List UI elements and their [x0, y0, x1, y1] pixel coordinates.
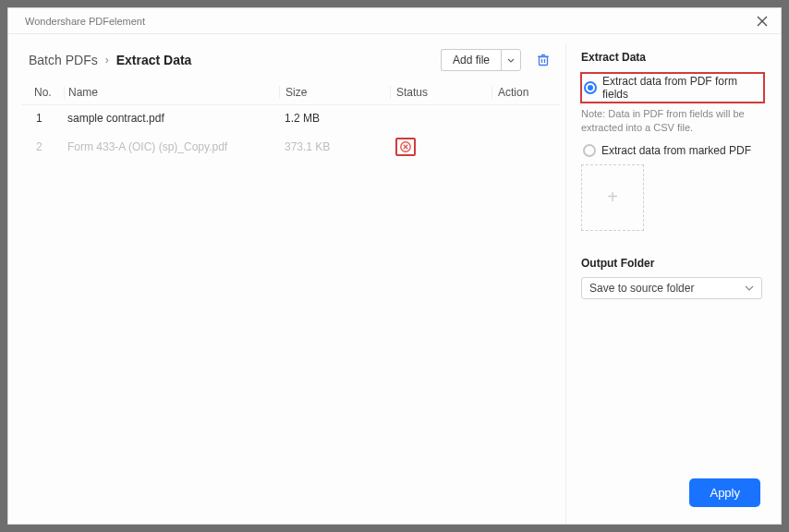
trash-icon [536, 53, 551, 67]
clear-all-button[interactable] [534, 51, 552, 69]
col-header-action: Action [492, 86, 560, 99]
cell-status [390, 138, 492, 156]
chevron-right-icon: › [105, 54, 109, 66]
output-folder-select[interactable]: Save to source folder [581, 277, 762, 299]
app-window: Wondershare PDFelement Batch PDFs › Extr… [7, 7, 782, 525]
cell-size: 373.1 KB [279, 140, 390, 153]
content-body: Batch PDFs › Extract Data Add file [8, 34, 781, 524]
add-file-dropdown[interactable] [501, 49, 521, 71]
apply-button[interactable]: Apply [689, 478, 760, 507]
window-title: Wondershare PDFelement [25, 16, 145, 27]
footer: Apply [689, 478, 760, 507]
header-actions: Add file [441, 49, 552, 71]
left-pane: Batch PDFs › Extract Data Add file [21, 43, 566, 524]
titlebar: Wondershare PDFelement [8, 8, 781, 34]
left-header: Batch PDFs › Extract Data Add file [21, 43, 560, 80]
plus-icon: + [607, 187, 618, 208]
add-file-split-button: Add file [441, 49, 521, 71]
right-pane: Extract Data Extract data from PDF form … [566, 43, 768, 524]
option-note: Note: Data in PDF from fields will be ex… [581, 107, 762, 135]
close-icon [757, 16, 768, 27]
table-row[interactable]: 1 sample contract.pdf 1.2 MB [21, 105, 560, 131]
option-extract-form-fields[interactable]: Extract data from PDF form fields [580, 72, 765, 103]
chevron-down-icon [507, 58, 515, 63]
col-header-name: Name [64, 86, 279, 99]
radio-unchecked-icon [583, 144, 596, 157]
cell-name: sample contract.pdf [64, 112, 279, 125]
output-folder-label: Output Folder [581, 257, 762, 270]
error-icon [399, 140, 412, 153]
table-header: No. Name Size Status Action [21, 80, 560, 105]
chevron-down-icon [745, 285, 754, 291]
col-header-no: No. [21, 86, 64, 99]
cell-name: Form 433-A (OIC) (sp)_Copy.pdf [64, 140, 279, 153]
status-error-badge[interactable] [395, 138, 416, 156]
col-header-status: Status [390, 86, 492, 99]
cell-no: 1 [21, 112, 64, 125]
option-extract-marked-pdf[interactable]: Extract data from marked PDF [581, 142, 762, 159]
radio-checked-icon [584, 81, 597, 94]
cell-no: 2 [21, 140, 64, 153]
file-table: No. Name Size Status Action 1 sample con… [21, 80, 560, 163]
breadcrumb-root[interactable]: Batch PDFs [29, 53, 98, 67]
col-header-size: Size [279, 86, 390, 99]
breadcrumb: Batch PDFs › Extract Data [29, 53, 191, 67]
right-title: Extract Data [581, 51, 762, 64]
breadcrumb-current: Extract Data [116, 53, 192, 67]
add-file-button[interactable]: Add file [441, 49, 501, 71]
table-row[interactable]: 2 Form 433-A (OIC) (sp)_Copy.pdf 373.1 K… [21, 131, 560, 163]
option-label: Extract data from marked PDF [601, 144, 751, 157]
cell-size: 1.2 MB [279, 112, 390, 125]
dropzone-add[interactable]: + [581, 164, 644, 231]
option-label: Extract data from PDF form fields [602, 75, 760, 101]
window-close-button[interactable] [755, 14, 770, 29]
select-value: Save to source folder [589, 282, 694, 295]
svg-rect-2 [540, 57, 548, 66]
